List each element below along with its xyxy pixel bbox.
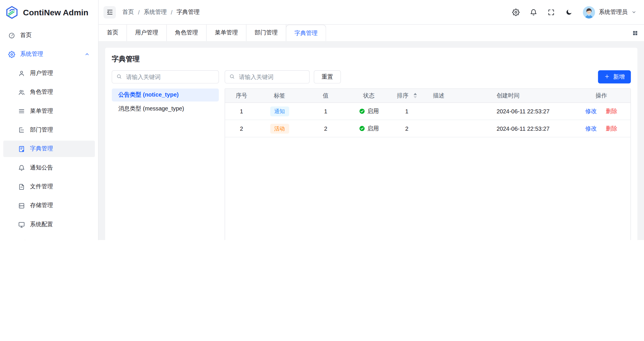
app-window: ContiNew Admin 首页系统管理用户管理角色管理菜单管理部门管理字典管… [0, 0, 644, 240]
chevron-up-icon [84, 51, 90, 57]
sidebar-item[interactable]: 用户管理 [3, 65, 95, 82]
sidebar-item[interactable]: 系统管理 [3, 46, 95, 62]
apps-icon[interactable] [632, 30, 638, 36]
sort-ascending-icon [413, 93, 417, 95]
table-cell: 2 [387, 125, 426, 132]
dashboard-icon [8, 32, 15, 39]
monitor-icon [18, 221, 25, 228]
avatar [583, 6, 595, 19]
sidebar-item[interactable]: 文件管理 [3, 178, 95, 195]
check-circle-icon [359, 108, 365, 114]
table-header-row: 序号标签值状态排序描述创建时间操作 [225, 89, 630, 103]
sidebar-item[interactable]: 系统配置 [3, 216, 95, 233]
sidebar-item-label: 系统管理 [20, 51, 43, 58]
tab-字典管理[interactable]: 字典管理 [286, 25, 326, 41]
sidebar-item-label: 菜单管理 [30, 107, 53, 115]
fullscreen-icon[interactable] [548, 8, 555, 16]
search-icon [229, 73, 235, 80]
sidebar-item-label: 通知公告 [30, 164, 53, 172]
status-badge: 启用 [359, 108, 379, 115]
dict-type-pane: 公告类型 (notice_type)消息类型 (message_type) 新增 [112, 70, 219, 240]
app-logo: ContiNew Admin [0, 0, 98, 25]
breadcrumb-separator: / [171, 9, 172, 16]
sidebar-item[interactable]: 部门管理 [3, 122, 95, 138]
tabbar: 首页用户管理角色管理菜单管理部门管理字典管理 [99, 25, 644, 41]
sidebar-item-label: 用户管理 [30, 69, 53, 77]
column-header: 值 [301, 92, 350, 99]
table-row: 2活动2启用22024-06-11 22:53:27修改删除 [225, 120, 630, 137]
table-cell: 活动 [258, 124, 301, 133]
column-header[interactable]: 排序 [387, 92, 426, 99]
toolbar: 重置 新增 [225, 70, 631, 83]
table-cell: 1 [301, 108, 350, 115]
logo-icon [5, 5, 19, 19]
tag-badge: 活动 [270, 124, 289, 133]
sidebar-item[interactable]: 菜单管理 [3, 103, 95, 119]
tab-菜单管理[interactable]: 菜单管理 [207, 25, 246, 41]
sidebar-item-label: 字典管理 [30, 145, 53, 153]
table-row: 1通知1启用12024-06-11 22:53:27修改删除 [225, 103, 630, 120]
add-dict-item-label: 新增 [613, 73, 625, 81]
sidebar-item[interactable]: 角色管理 [3, 84, 95, 100]
item-search-box[interactable] [225, 70, 310, 83]
tag-badge: 通知 [270, 106, 289, 116]
user-menu[interactable]: 系统管理员 [583, 6, 636, 19]
reset-button[interactable]: 重置 [314, 70, 341, 83]
breadcrumb-item[interactable]: 首页 [123, 8, 134, 16]
item-search-input[interactable] [238, 73, 305, 81]
table-cell: 2 [225, 125, 258, 132]
table-cell: 2 [301, 125, 350, 132]
sort-carets[interactable] [413, 93, 417, 98]
sidebar-item[interactable]: 存储管理 [3, 197, 95, 214]
chevron-down-icon [631, 10, 636, 15]
table-cell: 2024-06-11 22:53:27 [490, 108, 572, 115]
sidebar-item[interactable]: 通知公告 [3, 160, 95, 176]
tab-部门管理[interactable]: 部门管理 [246, 25, 286, 41]
column-header-label: 创建时间 [497, 92, 520, 99]
tab-用户管理[interactable]: 用户管理 [127, 25, 167, 41]
storage-icon [18, 202, 25, 209]
check-circle-icon [359, 126, 365, 132]
sidebar-item-label: 系统监控 [20, 240, 43, 240]
user-name: 系统管理员 [599, 8, 628, 16]
menu-lines-icon [18, 108, 25, 115]
breadcrumb-item[interactable]: 系统管理 [144, 8, 167, 16]
tree-icon [18, 126, 25, 133]
dict-type-item[interactable]: 公告类型 (notice_type) [112, 89, 219, 102]
delete-link[interactable]: 删除 [606, 125, 617, 132]
tab-角色管理[interactable]: 角色管理 [167, 25, 207, 41]
sidebar-item-label: 文件管理 [30, 183, 53, 191]
column-header-label: 描述 [433, 92, 444, 99]
dict-search-input[interactable] [125, 73, 214, 81]
search-icon [116, 73, 122, 80]
status-label: 启用 [368, 108, 379, 115]
topbar-icon-group [512, 8, 573, 16]
app-title: ContiNew Admin [23, 8, 88, 17]
main-column: 首页/系统管理/字典管理 [99, 0, 644, 240]
moon-icon[interactable] [565, 8, 573, 16]
table-cell: 通知 [258, 106, 301, 116]
table-body: 1通知1启用12024-06-11 22:53:27修改删除2活动2启用2202… [225, 103, 630, 137]
dict-item-pane: 重置 新增 序号标签值状态排序描述创建时间操作 1通知1启用12024-06-1… [225, 70, 631, 240]
column-header: 标签 [258, 92, 301, 99]
dict-search-box[interactable] [112, 70, 219, 83]
delete-link[interactable]: 删除 [606, 108, 617, 115]
sidebar-item[interactable]: 字典管理 [3, 141, 95, 157]
edit-link[interactable]: 修改 [585, 125, 597, 132]
gear-icon[interactable] [512, 8, 520, 16]
breadcrumb: 首页/系统管理/字典管理 [123, 8, 200, 16]
bell-icon[interactable] [530, 8, 537, 16]
dict-type-list: 公告类型 (notice_type)消息类型 (message_type) [112, 89, 219, 240]
sidebar-item[interactable]: 系统监控 [3, 235, 95, 240]
status-badge: 启用 [359, 125, 379, 132]
table-cell: 修改删除 [572, 125, 630, 132]
sidebar-item[interactable]: 首页 [3, 27, 95, 44]
panes: 公告类型 (notice_type)消息类型 (message_type) 新增 [112, 70, 631, 240]
status-label: 启用 [368, 125, 379, 132]
edit-link[interactable]: 修改 [585, 108, 597, 115]
tab-首页[interactable]: 首页 [99, 25, 127, 41]
dictionary-icon [18, 145, 25, 152]
add-dict-item-button[interactable]: 新增 [598, 70, 631, 83]
dict-type-item[interactable]: 消息类型 (message_type) [112, 102, 219, 115]
menu-fold-icon[interactable] [103, 6, 116, 19]
